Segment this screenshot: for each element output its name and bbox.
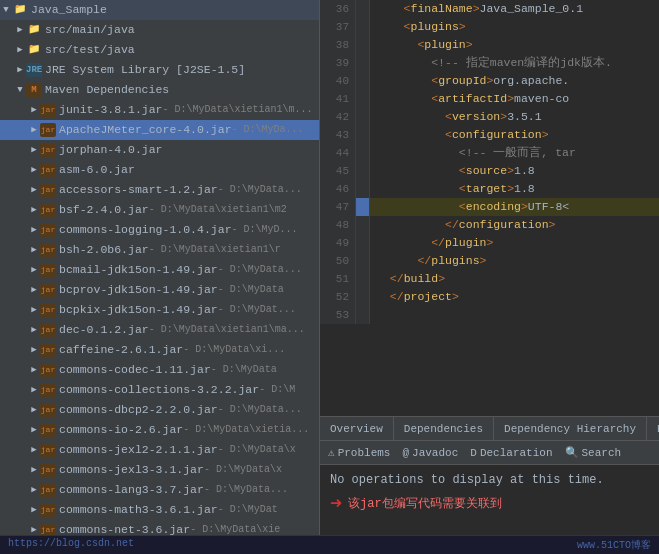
- tree-item-commons-jexl2[interactable]: ▶jarcommons-jexl2-2.1.1.jar - D:\MyData\…: [0, 440, 319, 460]
- tree-label: Maven Dependencies: [45, 81, 169, 99]
- tree-item-bcprov[interactable]: ▶jarbcprov-jdk15on-1.49.jar - D:\MyData: [0, 280, 319, 300]
- tree-icon-jar: jar: [40, 163, 56, 177]
- tree-item-commons-collections[interactable]: ▶jarcommons-collections-3.2.2.jar - D:\M: [0, 380, 319, 400]
- tree-item-maven-deps[interactable]: ▼MMaven Dependencies: [0, 80, 319, 100]
- tree-arrow[interactable]: ▶: [14, 41, 26, 59]
- tree-arrow[interactable]: ▶: [14, 61, 26, 79]
- tree-arrow[interactable]: ▶: [28, 421, 40, 439]
- tab-dependency-hierarchy[interactable]: Dependency Hierarchy: [494, 417, 647, 440]
- annotation-text: 该jar包编写代码需要关联到: [348, 495, 502, 512]
- line-number: 46: [320, 180, 356, 198]
- tree-item-commons-math3[interactable]: ▶jarcommons-math3-3.6.1.jar - D:\MyDat: [0, 500, 319, 520]
- tree-item-bsf[interactable]: ▶jarbsf-2.4.0.jar - D:\MyData\xietian1\m…: [0, 200, 319, 220]
- watermark-51cto: www.51CTO博客: [577, 538, 651, 552]
- tree-arrow[interactable]: ▶: [28, 101, 40, 119]
- code-area[interactable]: 36 <finalName>Java_Sample_0.137 <plugins…: [320, 0, 659, 416]
- tree-path: - D:\MyData\xi...: [183, 341, 285, 359]
- tree-item-src-test[interactable]: ▶📁src/test/java: [0, 40, 319, 60]
- tree-arrow[interactable]: ▶: [28, 321, 40, 339]
- tree-arrow[interactable]: ▶: [28, 481, 40, 499]
- tree-arrow[interactable]: ▶: [28, 301, 40, 319]
- code-line-47: 47 <encoding>UTF-8<: [320, 198, 659, 216]
- tree-icon-jar: jar: [40, 443, 56, 457]
- line-number: 45: [320, 162, 356, 180]
- tree-item-commons-jexl3[interactable]: ▶jarcommons-jexl3-3.1.jar - D:\MyData\x: [0, 460, 319, 480]
- tree-arrow[interactable]: ▶: [28, 361, 40, 379]
- tree-item-commons-lang3[interactable]: ▶jarcommons-lang3-3.7.jar - D:\MyData...: [0, 480, 319, 500]
- tree-arrow[interactable]: ▶: [14, 21, 26, 39]
- line-content: <!-- 指定maven编译的jdk版本.: [370, 54, 612, 72]
- tree-path: - D:\MyData...: [204, 481, 288, 499]
- tree-path: - D:\MyData\xietian1\m...: [163, 101, 313, 119]
- tree-item-commons-net[interactable]: ▶jarcommons-net-3.6.jar - D:\MyData\xie: [0, 520, 319, 535]
- tree-item-apachejmeter[interactable]: ▶jarApacheJMeter_core-4.0.jar - D:\MyDa.…: [0, 120, 319, 140]
- tree-arrow[interactable]: ▶: [28, 241, 40, 259]
- line-content: <version>3.5.1: [370, 108, 549, 126]
- tree-path: - D:\MyData\xietian1\ma...: [149, 321, 305, 339]
- tree-item-bcpkix[interactable]: ▶jarbcpkix-jdk15on-1.49.jar - D:\MyDat..…: [0, 300, 319, 320]
- tree-arrow[interactable]: ▶: [28, 341, 40, 359]
- tree-item-caffeine[interactable]: ▶jarcaffeine-2.6.1.jar - D:\MyData\xi...: [0, 340, 319, 360]
- tree-icon-jar: jar: [40, 423, 56, 437]
- line-content: <source>1.8: [370, 162, 535, 180]
- tree-arrow[interactable]: ▶: [28, 381, 40, 399]
- tree-item-asm[interactable]: ▶jarasm-6.0.jar: [0, 160, 319, 180]
- tree-arrow[interactable]: ▶: [28, 441, 40, 459]
- toolbar-icon-search: 🔍: [565, 446, 579, 459]
- tree-path: - D:\MyData\x: [204, 461, 282, 479]
- tree-item-bsh[interactable]: ▶jarbsh-2.0b6.jar - D:\MyData\xietian1\r: [0, 240, 319, 260]
- line-content: <finalName>Java_Sample_0.1: [370, 0, 583, 18]
- line-number: 36: [320, 0, 356, 18]
- tree-item-dec[interactable]: ▶jardec-0.1.2.jar - D:\MyData\xietian1\m…: [0, 320, 319, 340]
- line-content: <target>1.8: [370, 180, 535, 198]
- tree-label: bsh-2.0b6.jar: [59, 241, 149, 259]
- code-line-38: 38 <plugin>: [320, 36, 659, 54]
- toolbar-item-javadoc[interactable]: @Javadoc: [402, 447, 458, 459]
- tree-arrow[interactable]: ▶: [28, 141, 40, 159]
- tab-overview[interactable]: Overview: [320, 417, 394, 440]
- tree-arrow[interactable]: ▶: [28, 281, 40, 299]
- tree-item-src-main[interactable]: ▶📁src/main/java: [0, 20, 319, 40]
- tree-item-jorphan[interactable]: ▶jarjorphan-4.0.jar: [0, 140, 319, 160]
- line-gutter: [356, 216, 370, 234]
- tree-arrow[interactable]: ▶: [28, 261, 40, 279]
- tree-item-bcmail[interactable]: ▶jarbcmail-jdk15on-1.49.jar - D:\MyData.…: [0, 260, 319, 280]
- tab-dependencies[interactable]: Dependencies: [394, 417, 494, 440]
- tree-arrow[interactable]: ▶: [28, 121, 40, 139]
- line-gutter: [356, 288, 370, 306]
- tree-arrow[interactable]: ▼: [14, 81, 26, 99]
- tree-arrow[interactable]: ▶: [28, 201, 40, 219]
- tree-item-accessors[interactable]: ▶jaraccessors-smart-1.2.jar - D:\MyData.…: [0, 180, 319, 200]
- tree-arrow[interactable]: ▼: [0, 1, 12, 19]
- code-line-39: 39 <!-- 指定maven编译的jdk版本.: [320, 54, 659, 72]
- tree-path: - D:\MyData: [218, 281, 284, 299]
- tree-arrow[interactable]: ▶: [28, 501, 40, 519]
- toolbar-item-problems[interactable]: ⚠Problems: [328, 446, 390, 459]
- tree-item-commons-logging[interactable]: ▶jarcommons-logging-1.0.4.jar - D:\MyD..…: [0, 220, 319, 240]
- tree-arrow[interactable]: ▶: [28, 161, 40, 179]
- tree-path: - D:\MyData...: [218, 181, 302, 199]
- tree-item-commons-dbcp2[interactable]: ▶jarcommons-dbcp2-2.2.0.jar - D:\MyData.…: [0, 400, 319, 420]
- tree-path: - D:\MyDa...: [232, 121, 304, 139]
- tree-item-jre-lib[interactable]: ▶JREJRE System Library [J2SE-1.5]: [0, 60, 319, 80]
- tree-arrow[interactable]: ▶: [28, 181, 40, 199]
- tree-icon-jar: jar: [40, 503, 56, 517]
- toolbar-item-declaration[interactable]: DDeclaration: [470, 447, 552, 459]
- tree-arrow[interactable]: ▶: [28, 521, 40, 535]
- line-gutter: [356, 252, 370, 270]
- tree-item-commons-io[interactable]: ▶jarcommons-io-2.6.jar - D:\MyData\xieti…: [0, 420, 319, 440]
- tab-effective[interactable]: Effecti...: [647, 417, 659, 440]
- toolbar-item-search[interactable]: 🔍Search: [565, 446, 622, 459]
- tree-item-commons-codec[interactable]: ▶jarcommons-codec-1.11.jar - D:\MyData: [0, 360, 319, 380]
- code-line-50: 50 </plugins>: [320, 252, 659, 270]
- line-number: 42: [320, 108, 356, 126]
- tree-item-java-sample[interactable]: ▼📁Java_Sample: [0, 0, 319, 20]
- line-number: 52: [320, 288, 356, 306]
- tree-item-junit[interactable]: ▶jarjunit-3.8.1.jar - D:\MyData\xietian1…: [0, 100, 319, 120]
- tree-label: src/main/java: [45, 21, 135, 39]
- tree-arrow[interactable]: ▶: [28, 461, 40, 479]
- tree-arrow[interactable]: ▶: [28, 221, 40, 239]
- tree-icon-maven: M: [26, 83, 42, 97]
- line-content: <configuration>: [370, 126, 549, 144]
- tree-arrow[interactable]: ▶: [28, 401, 40, 419]
